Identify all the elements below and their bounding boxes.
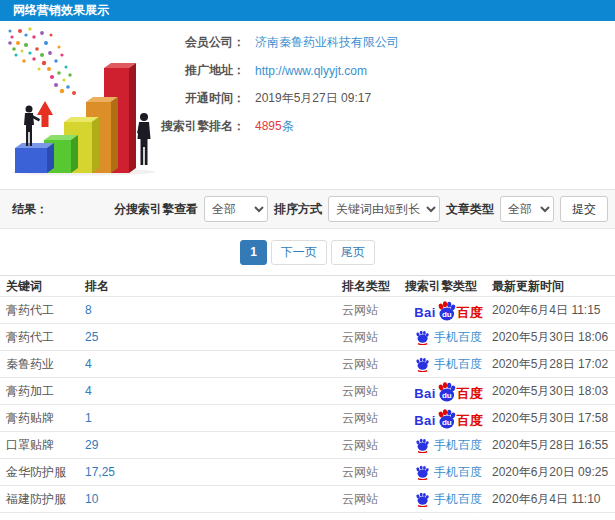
baidu-paw-icon: du [437, 301, 456, 321]
rank-type-cell: 云网站 [342, 491, 405, 508]
engine-cell: Bai du 百度 [405, 409, 492, 427]
opened-time-label: 开通时间： [150, 90, 245, 107]
page-button-current[interactable]: 1 [240, 240, 267, 265]
keyword-ranking-table: 关键词 排名 排名类型 搜索引擎类型 最新更新时间 膏药代工 8 云网站 Bai… [0, 275, 615, 520]
svg-text:du: du [442, 310, 452, 319]
baidu-paw-icon: du [437, 409, 456, 429]
updated-cell: 2020年6月20日 09:25 [492, 464, 615, 481]
mobile-baidu-label: 手机百度 [434, 491, 482, 508]
col-header-rank: 排名 [85, 278, 342, 295]
rank-link[interactable]: 4 [85, 357, 92, 371]
engine-cell: 手机百度 [405, 491, 492, 508]
article-type-select[interactable]: 全部 [500, 196, 554, 222]
table-row: 膏药代工 8 云网站 Bai du 百度 2020年6月4日 11:15 [0, 296, 615, 323]
ranking-count-label: 搜索引擎排名： [150, 118, 245, 135]
engine-cell: Bai du 百度 [405, 382, 492, 400]
promo-url-label: 推广地址： [150, 62, 245, 79]
account-info-list: 会员公司： 济南秦鲁药业科技有限公司 推广地址： http://www.qlyy… [150, 34, 399, 146]
svg-text:du: du [442, 391, 452, 400]
opened-time-value: 2019年5月27日 09:17 [255, 90, 371, 107]
engine-filter-select[interactable]: 全部 [204, 196, 268, 222]
results-filter-bar: 结果： 分搜索引擎查看 全部 排序方式 关键词由短到长排序 文章类型 全部 提交 [0, 189, 615, 229]
rank-link[interactable]: 10 [85, 492, 98, 506]
updated-cell: 2020年5月30日 18:03 [492, 383, 615, 400]
baidu-logo-cn-text: 百度 [457, 414, 483, 427]
table-row: 福建防护服 10 云网站 手机百度 2020年6月4日 11:10 [0, 485, 615, 512]
rank-link[interactable]: 25 [85, 330, 98, 344]
col-header-rank-type: 排名类型 [342, 278, 405, 295]
updated-cell: 2020年5月28日 16:55 [492, 437, 615, 454]
mobile-baidu-logo: 手机百度 [415, 464, 482, 481]
company-link[interactable]: 济南秦鲁药业科技有限公司 [255, 35, 399, 49]
baidu-logo-bai-text: Bai [414, 306, 436, 319]
bar-blue [15, 143, 54, 173]
engine-cell: 手机百度 [405, 437, 492, 454]
mobile-baidu-paw-icon [415, 330, 430, 345]
engine-cell: 手机百度 [405, 464, 492, 481]
keyword-cell: 膏药加工 [0, 383, 85, 400]
promo-url-link[interactable]: http://www.qlyyjt.com [255, 64, 367, 78]
col-header-keyword: 关键词 [0, 278, 85, 295]
keyword-cell: 秦鲁药业 [0, 356, 85, 373]
mobile-baidu-logo: 手机百度 [415, 356, 482, 373]
updated-cell: 2020年5月28日 17:02 [492, 356, 615, 373]
rank-link[interactable]: 29 [85, 438, 98, 452]
info-row-url: 推广地址： http://www.qlyyjt.com [150, 62, 399, 79]
baidu-paw-icon: du [437, 382, 456, 402]
baidu-logo-cn-text: 百度 [457, 387, 483, 400]
baidu-logo: Bai du 百度 [414, 382, 483, 400]
pagination: 1 下一页 尾页 [240, 240, 375, 265]
updated-cell: 2020年5月30日 17:58 [492, 410, 615, 427]
bar-chart-illustration [4, 25, 170, 177]
updated-cell: 2020年6月4日 11:10 [492, 491, 615, 508]
mobile-baidu-paw-icon [415, 357, 430, 372]
pagination-area: 1 下一页 尾页 [0, 229, 615, 275]
page-button-last[interactable]: 尾页 [331, 240, 375, 265]
keyword-cell: 膏药代工 [0, 329, 85, 346]
baidu-logo-bai-text: Bai [414, 387, 436, 400]
rank-type-cell: 云网站 [342, 410, 405, 427]
updated-cell: 2020年6月4日 11:15 [492, 302, 615, 319]
rank-link[interactable]: 1 [85, 411, 92, 425]
confetti-dots [8, 27, 76, 95]
engine-cell: Bai du 百度 [405, 301, 492, 319]
baidu-logo-cn-text: 百度 [457, 306, 483, 319]
mobile-baidu-paw-icon [415, 438, 430, 453]
col-header-engine-type: 搜索引擎类型 [405, 278, 492, 295]
mobile-baidu-logo: 手机百度 [415, 491, 482, 508]
mobile-baidu-label: 手机百度 [434, 329, 482, 346]
baidu-logo: Bai du 百度 [414, 301, 483, 319]
ranking-count-value: 4895 [255, 119, 282, 133]
svg-text:du: du [442, 418, 452, 427]
rank-type-cell: 云网站 [342, 383, 405, 400]
baidu-logo-bai-text: Bai [414, 414, 436, 427]
businessman-left [24, 106, 40, 147]
mobile-baidu-paw-icon [415, 465, 430, 480]
window-titlebar: 网络营销效果展示 [0, 0, 615, 21]
table-row-partial: 手机百度 [0, 512, 615, 520]
submit-button[interactable]: 提交 [560, 196, 608, 222]
col-header-updated: 最新更新时间 [492, 278, 615, 295]
keyword-cell: 金华防护服 [0, 464, 85, 481]
info-row-opened: 开通时间： 2019年5月27日 09:17 [150, 90, 399, 107]
info-row-company: 会员公司： 济南秦鲁药业科技有限公司 [150, 34, 399, 51]
updated-cell: 2020年5月30日 18:06 [492, 329, 615, 346]
table-row: 秦鲁药业 4 云网站 手机百度 2020年5月28日 17:02 [0, 350, 615, 377]
engine-cell: 手机百度 [405, 356, 492, 373]
keyword-cell: 膏药贴牌 [0, 410, 85, 427]
keyword-cell: 膏药代工 [0, 302, 85, 319]
sort-filter-select[interactable]: 关键词由短到长排序 [328, 196, 440, 222]
account-info-section: 会员公司： 济南秦鲁药业科技有限公司 推广地址： http://www.qlyy… [0, 21, 615, 189]
businessman-right [137, 113, 151, 165]
table-row: 膏药代工 25 云网站 手机百度 2020年5月30日 18:06 [0, 323, 615, 350]
results-section-label: 结果： [12, 201, 48, 218]
rank-link[interactable]: 8 [85, 303, 92, 317]
mobile-baidu-label: 手机百度 [434, 464, 482, 481]
rank-link[interactable]: 17,25 [85, 465, 115, 479]
page-button-next[interactable]: 下一页 [271, 240, 327, 265]
ranking-count-unit: 条 [282, 119, 294, 133]
info-row-ranking: 搜索引擎排名： 4895条 [150, 118, 399, 135]
rank-link[interactable]: 4 [85, 384, 92, 398]
growth-arrow-icon [37, 101, 53, 127]
article-type-label: 文章类型 [446, 201, 494, 218]
